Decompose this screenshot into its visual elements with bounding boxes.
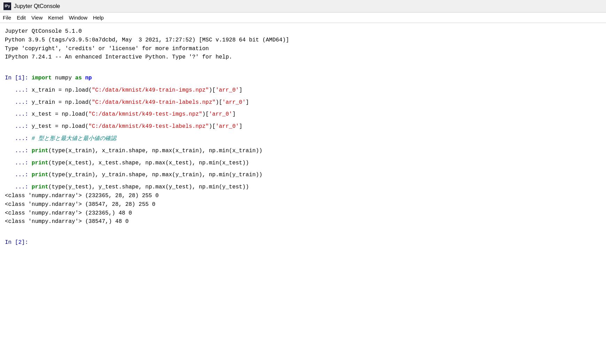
code-line-3: ...: y_train = np.load("C:/data/kmnist/k… [5,98,601,107]
code-line-9: ...: print(type(y_train), y_train.shape,… [5,171,601,179]
menu-kernel[interactable]: Kernel [48,15,63,21]
string-3: "C:/data/kmnist/k49-train-labels.npz" [92,99,216,106]
output-line-2: <class 'numpy.ndarray'> (38547, 28, 28) … [5,200,601,209]
cont-prompt-5: ...: [5,135,32,142]
startup-line-4: IPython 7.24.1 -- An enhanced Interactiv… [5,53,601,62]
code-line-7: ...: print(type(x_train), x_train.shape,… [5,147,601,155]
code-line-1: In [1]: import numpy as np [5,74,601,83]
code-line-6: ...: # 型と形と最大値と最小値の確認 [5,134,601,143]
keyword-print-3: print [32,172,48,178]
cont-prompt-3: ...: [5,111,32,117]
keyword-print-2: print [32,160,48,166]
code-line-4: ...: x_test = np.load("C:/data/kmnist/k4… [5,110,601,119]
string-8: 'arr_0' [216,123,239,130]
cont-prompt-8: ...: [5,172,32,178]
startup-line-3: Type 'copyright', 'credits' or 'license'… [5,45,601,53]
string-5: "C:/data/kmnist/k49-test-imgs.npz" [88,111,202,117]
console-area: Jupyter QtConsole 5.1.0 Python 3.9.5 (ta… [0,23,606,251]
cont-prompt-4: ...: [5,123,32,130]
string-2: 'arr_0' [216,87,239,93]
menu-view[interactable]: View [31,15,42,21]
startup-line-2: Python 3.9.5 (tags/v3.9.5:0a7dcbd, May 3… [5,36,601,45]
code-line-10: ...: print(type(y_test), y_test.shape, n… [5,183,601,192]
cont-prompt-7: ...: [5,160,32,166]
code-line-5: ...: y_test = np.load("C:/data/kmnist/k4… [5,122,601,131]
cont-prompt-6: ...: [5,148,32,154]
comment-1: # 型と形と最大値と最小値の確認 [32,135,116,142]
app-icon: IPy [3,2,11,10]
cont-prompt-1: ...: [5,87,32,93]
title-bar: IPy Jupyter QtConsole [0,0,606,13]
string-7: "C:/data/kmnist/k49-test-labels.npz" [88,123,209,130]
startup-line-1: Jupyter QtConsole 5.1.0 [5,27,601,36]
keyword-print-1: print [32,148,48,154]
in2-prompt: In [2]: [5,239,32,246]
output-line-3: <class 'numpy.ndarray'> (232365,) 48 0 [5,209,601,218]
menu-file[interactable]: File [3,15,11,21]
output-line-4: <class 'numpy.ndarray'> (38547,) 48 0 [5,217,601,226]
keyword-import: import [32,75,52,81]
menu-window[interactable]: Window [69,15,87,21]
keyword-print-4: print [32,184,48,190]
string-1: "C:/data/kmnist/k49-train-imgs.npz" [92,87,209,93]
window-title: Jupyter QtConsole [14,3,60,9]
string-6: 'arr_0' [209,111,232,117]
menu-edit[interactable]: Edit [17,15,26,21]
cont-prompt-9: ...: [5,184,32,190]
string-4: 'arr_0' [222,99,246,106]
in2-prompt-line[interactable]: In [2]: [5,238,601,247]
menu-help[interactable]: Help [93,15,104,21]
code-line-8: ...: print(type(x_test), x_test.shape, n… [5,159,601,168]
cont-prompt-2: ...: [5,99,32,106]
keyword-as: as [75,75,82,81]
code-line-2: ...: x_train = np.load("C:/data/kmnist/k… [5,86,601,95]
keyword-np: np [85,75,92,81]
in1-prompt: In [1]: [5,75,32,81]
output-line-1: <class 'numpy.ndarray'> (232365, 28, 28)… [5,192,601,200]
menu-bar: File Edit View Kernel Window Help [0,13,606,23]
